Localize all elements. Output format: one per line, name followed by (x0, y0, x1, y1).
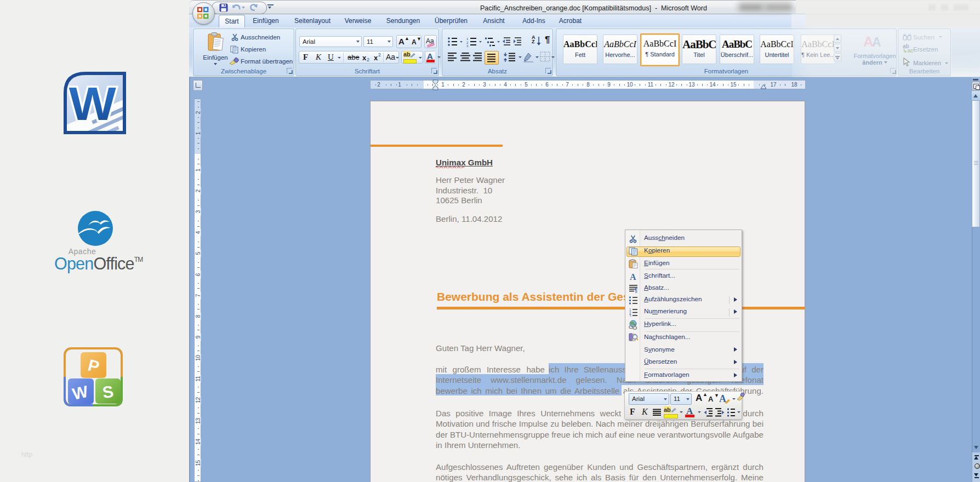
svg-text:W: W (69, 77, 116, 130)
svg-text:¶: ¶ (634, 287, 637, 293)
svg-text:1: 1 (466, 37, 469, 41)
svg-text:3: 3 (466, 44, 469, 48)
svg-text:3: 3 (629, 314, 631, 317)
